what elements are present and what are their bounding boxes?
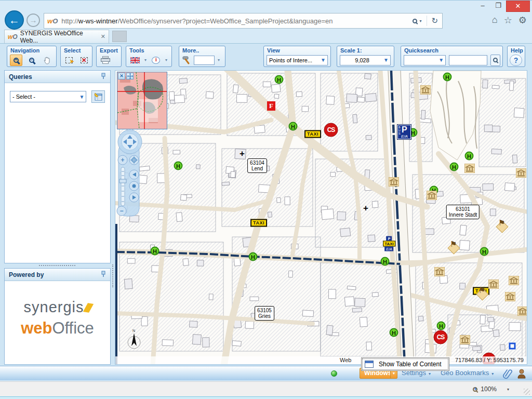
- show-toc-popup[interactable]: Show Table of Content: [361, 357, 449, 371]
- zoom-caret-icon[interactable]: ▾: [507, 387, 509, 392]
- more-tools-combo[interactable]: [194, 56, 215, 65]
- map-marker-cross[interactable]: +: [240, 149, 245, 159]
- map-marker-north[interactable]: N: [126, 332, 142, 352]
- language-dropdown-icon[interactable]: ▾: [144, 58, 147, 62]
- map-marker-museum[interactable]: [464, 164, 475, 173]
- divider: [427, 16, 427, 26]
- map-marker-h[interactable]: H: [289, 122, 298, 131]
- map-marker-h[interactable]: H: [450, 163, 459, 171]
- group-label: View: [267, 47, 330, 54]
- map-marker-h[interactable]: H: [249, 252, 258, 261]
- refresh-icon[interactable]: ↻: [431, 16, 438, 25]
- search-caret-icon[interactable]: ▾: [419, 19, 421, 23]
- map-marker-museum[interactable]: [460, 335, 470, 344]
- pin-icon[interactable]: [101, 270, 106, 280]
- new-tab-button[interactable]: [112, 31, 127, 42]
- map-marker-flag[interactable]: ⚑: [477, 289, 487, 299]
- map-marker-museum[interactable]: [434, 267, 445, 276]
- resize-grip[interactable]: [524, 389, 530, 395]
- zoom-out-button[interactable]: −: [25, 55, 38, 66]
- map-marker-museum[interactable]: [389, 177, 399, 187]
- map-marker-taxi[interactable]: TAXI: [250, 219, 267, 227]
- map-navigation-widget[interactable]: + −: [116, 129, 143, 220]
- map-marker-museum[interactable]: [427, 191, 437, 200]
- map-marker-museum[interactable]: [509, 276, 519, 285]
- back-button[interactable]: ←: [5, 10, 24, 30]
- overview-move-icon[interactable]: [126, 73, 134, 79]
- map-marker-museum[interactable]: [420, 85, 431, 95]
- settings-gear-icon[interactable]: ⚙: [518, 15, 527, 26]
- address-bar[interactable]: wO http://w-ws-wintner/WebOffice/synserv…: [44, 13, 443, 29]
- pin-icon[interactable]: [101, 72, 106, 82]
- map-marker-museum[interactable]: [488, 280, 499, 289]
- map-marker-h[interactable]: H: [174, 162, 183, 170]
- query-select[interactable]: - Select - ▼: [10, 91, 86, 102]
- group-label: Scale 1:: [340, 47, 394, 54]
- quicksearch-select[interactable]: ▼: [404, 55, 446, 65]
- attachment-paperclip-icon[interactable]: [503, 368, 512, 381]
- search-icon[interactable]: [413, 19, 417, 23]
- map-marker-museum[interactable]: [505, 292, 515, 301]
- map-marker-cross[interactable]: +: [363, 203, 368, 214]
- queries-panel-header[interactable]: Queries: [5, 71, 110, 83]
- powered-panel-header[interactable]: Powered by: [5, 269, 110, 281]
- quicksearch-input[interactable]: [449, 55, 487, 65]
- pan-hand-button[interactable]: [41, 55, 54, 66]
- map-marker-arealabel[interactable]: 63101Innere Stadt: [446, 205, 480, 219]
- more-dropdown-icon[interactable]: ▾: [218, 58, 220, 62]
- map-marker-h[interactable]: H: [437, 322, 446, 330]
- sidebar-splitter-vertical[interactable]: [112, 264, 113, 287]
- map-marker-h[interactable]: H: [465, 152, 474, 161]
- map-marker-h[interactable]: H: [275, 75, 284, 84]
- info-dropdown-icon[interactable]: ▾: [165, 58, 167, 62]
- tab-bar: wO SYNERGIS WebOffice Web... ✕: [0, 29, 532, 43]
- map-canvas[interactable]: ✕ +: [115, 70, 527, 365]
- print-button[interactable]: [99, 55, 112, 66]
- close-button[interactable]: ✕: [506, 1, 530, 12]
- logo-office-text: Office: [52, 319, 94, 337]
- map-marker-h[interactable]: H: [151, 247, 159, 256]
- overview-close-icon[interactable]: ✕: [118, 73, 125, 79]
- page-zoom-control[interactable]: + 100% ▾: [473, 385, 509, 393]
- user-avatar-icon[interactable]: [517, 368, 526, 381]
- map-marker-h[interactable]: H: [443, 73, 452, 82]
- map-marker-museum[interactable]: [516, 168, 526, 178]
- forward-button[interactable]: →: [26, 14, 40, 27]
- map-marker-bluesq[interactable]: [509, 343, 516, 350]
- overview-map[interactable]: ✕: [117, 72, 167, 129]
- map-marker-f[interactable]: F: [267, 101, 275, 111]
- map-marker-arealabel[interactable]: 63105Gries: [255, 306, 274, 321]
- zoom-in-button[interactable]: +: [10, 55, 22, 66]
- minimize-button[interactable]: –: [475, 1, 490, 12]
- map-marker-h[interactable]: H: [390, 328, 398, 337]
- scale-combo[interactable]: 9,028 ▼: [340, 55, 391, 65]
- map-marker-museum[interactable]: [517, 307, 527, 316]
- select-button[interactable]: ➤: [63, 55, 75, 66]
- clear-selection-button[interactable]: [78, 55, 90, 66]
- group-label: Tools: [129, 47, 171, 54]
- map-marker-flag[interactable]: ⚑: [448, 243, 459, 253]
- tab-favicon: wO: [8, 33, 18, 41]
- map-marker-cs[interactable]: CS: [434, 330, 448, 344]
- tab-close-icon[interactable]: ✕: [101, 33, 105, 40]
- help-button[interactable]: ?: [510, 55, 522, 66]
- tab-synergis-weboffice[interactable]: wO SYNERGIS WebOffice Web... ✕: [4, 30, 109, 43]
- map-marker-parking[interactable]: BUSPE/A: [397, 124, 411, 140]
- info-tool-button[interactable]: [150, 55, 162, 66]
- map-marker-taxibus[interactable]: PTAXIE/A: [383, 236, 395, 251]
- hammer-icon[interactable]: [182, 56, 191, 64]
- map-marker-flag[interactable]: ⚑: [497, 221, 507, 232]
- view-select[interactable]: Points of Intere... ▼: [267, 55, 328, 65]
- language-flag-button[interactable]: [129, 55, 141, 66]
- map-marker-arealabel[interactable]: 63104Lend: [247, 158, 267, 173]
- quicksearch-go-button[interactable]: [490, 55, 500, 66]
- query-form-button[interactable]: [91, 90, 105, 103]
- panel-splitter-horizontal[interactable]: [39, 265, 75, 267]
- favorites-icon[interactable]: ☆: [504, 15, 512, 26]
- map-marker-h[interactable]: H: [381, 257, 390, 266]
- home-icon[interactable]: ⌂: [492, 15, 498, 26]
- map-marker-h[interactable]: H: [480, 247, 489, 256]
- map-marker-taxi[interactable]: TAXI: [304, 130, 321, 138]
- maximize-button[interactable]: ❐: [490, 1, 506, 12]
- map-marker-cs[interactable]: CS: [324, 123, 338, 137]
